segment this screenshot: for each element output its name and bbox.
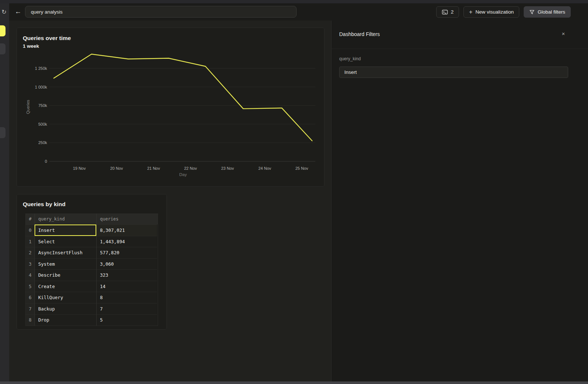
svg-text:21 Nov: 21 Nov [147,166,160,171]
query-kind-cell[interactable]: Drop [35,314,96,326]
query-kind-cell[interactable]: Create [35,281,96,292]
close-icon[interactable]: × [559,29,568,38]
queries-count-cell[interactable]: 7 [96,303,157,315]
query-kind-cell[interactable]: AsyncInsertFlush [35,247,96,258]
svg-text:250k: 250k [38,140,47,145]
row-index-cell: 5 [26,281,35,292]
svg-text:1 000k: 1 000k [35,85,47,89]
new-visualization-label: New visualization [476,9,514,15]
panel-divider [331,49,588,49]
table-row: 6KillQuery8 [26,292,158,303]
svg-text:750k: 750k [38,103,47,108]
new-visualization-button[interactable]: + New visualization [463,6,519,18]
row-index-cell: 3 [26,258,35,270]
rail-tab-active[interactable] [0,25,6,36]
queries-count-cell[interactable]: 8 [96,292,157,303]
console-count-button[interactable]: 2 [436,6,459,18]
table-row: 0Insert8,307,021 [26,225,158,236]
query-kind-cell[interactable]: Select [35,236,96,247]
dashboard-title-input[interactable] [25,6,297,18]
table-row: 2AsyncInsertFlush577,820 [26,247,158,258]
global-filters-button[interactable]: Global filters [524,6,571,18]
table-row: 3System3,060 [26,258,158,270]
svg-text:22 Nov: 22 Nov [184,166,197,171]
terminal-window-icon [442,9,448,15]
query-kind-cell[interactable]: System [35,258,96,270]
svg-text:19 Nov: 19 Nov [73,166,86,171]
table-header-row: #query_kindqueries [26,214,158,225]
filters-panel-title: Dashboard Filters [339,31,380,37]
table-row: 7Backup7 [26,303,158,315]
row-index-cell: 4 [26,269,35,281]
row-index-cell: 6 [26,292,35,303]
queries-count-cell[interactable]: 323 [96,269,157,281]
topbar-actions: 2 + New visualization Global filters [436,6,571,18]
queries-count-cell[interactable]: 577,820 [96,247,157,258]
queries-count-cell[interactable]: 3,060 [96,258,157,270]
svg-text:Day: Day [179,172,187,177]
row-index-cell: 8 [26,314,35,326]
topbar: ← 2 + New visualization [9,3,588,21]
svg-text:20 Nov: 20 Nov [110,166,123,171]
funnel-icon [529,10,535,15]
query-kind-cell[interactable]: Insert [35,225,96,236]
svg-text:24 Nov: 24 Nov [258,166,271,171]
queries-over-time-card: Queries over time 1 week 0250k500k750k1 … [17,28,325,187]
console-count: 2 [451,9,454,15]
row-index-cell: 7 [26,303,35,315]
table-row: 5Create14 [26,281,158,292]
column-header: # [26,214,35,225]
svg-text:23 Nov: 23 Nov [221,166,234,171]
queries-over-time-chart: 0250k500k750k1 000k1 250k19 Nov20 Nov21 … [17,28,325,187]
left-rail: ↻ [0,3,9,381]
query-kind-cell[interactable]: Describe [35,269,96,281]
column-header: queries [96,214,157,225]
svg-text:25 Nov: 25 Nov [295,166,308,171]
queries-count-cell[interactable]: 5 [96,314,157,326]
svg-text:1 250k: 1 250k [35,66,47,71]
queries-count-cell[interactable]: 8,307,021 [96,225,157,236]
table-row: 4Describe323 [26,269,158,281]
filter-field-label: query_kind [339,56,361,61]
dashboard-filters-panel: Dashboard Filters × query_kind Insert [331,21,588,381]
row-index-cell: 0 [26,225,35,236]
queries-count-cell[interactable]: 14 [96,281,157,292]
rail-tab[interactable] [0,43,6,54]
svg-text:0: 0 [45,159,47,164]
window-top-strip [0,0,588,3]
rail-tab[interactable] [0,127,6,138]
dashboard-app: ↻ ← 2 + New visualization [0,0,588,384]
queries-by-kind-table: #query_kindqueries0Insert8,307,0211Selec… [25,213,158,326]
dashboard-canvas: Queries over time 1 week 0250k500k750k1 … [9,21,331,381]
queries-by-kind-card: Queries by kind #query_kindqueries0Inser… [17,194,167,330]
global-filters-label: Global filters [538,9,565,15]
plus-icon: + [469,9,472,15]
column-header: query_kind [35,214,96,225]
query-kind-cell[interactable]: Backup [35,303,96,315]
row-index-cell: 2 [26,247,35,258]
window-bottom-edge [0,381,588,384]
table-row: 1Select1,443,894 [26,236,158,247]
query-kind-cell[interactable]: KillQuery [35,292,96,303]
table-title: Queries by kind [23,201,65,208]
queries-count-cell[interactable]: 1,443,894 [96,236,157,247]
back-button[interactable]: ← [12,6,24,17]
query-kind-filter-input[interactable]: Insert [339,67,568,78]
history-icon[interactable]: ↻ [0,8,8,16]
row-index-cell: 1 [26,236,35,247]
svg-text:Queries: Queries [26,100,30,114]
svg-text:500k: 500k [38,122,47,126]
table-row: 8Drop5 [26,314,158,326]
